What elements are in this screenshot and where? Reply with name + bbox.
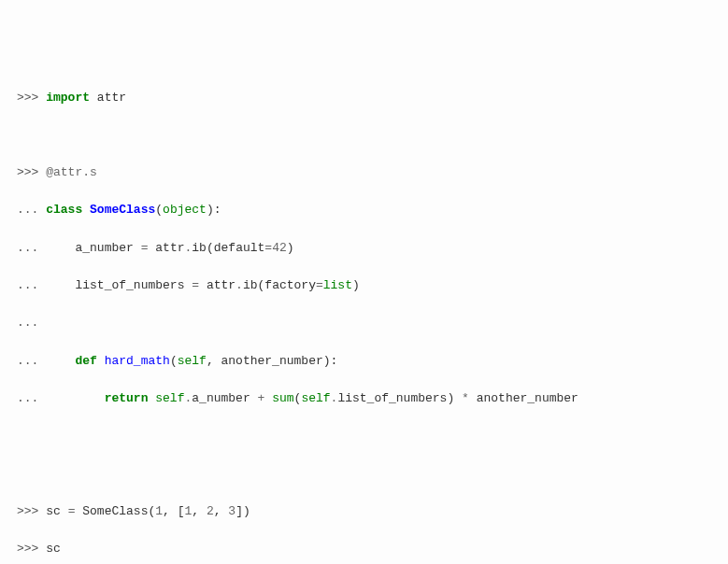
- code-line: >>> sc = SomeClass(1, [1, 2, 3]): [17, 502, 711, 521]
- code-line: ... a_number = attr.ib(default=42): [17, 239, 711, 258]
- code-line: >>> import attr: [17, 89, 711, 107]
- code-line: ...: [17, 314, 711, 332]
- prompt-cont: ...: [17, 203, 46, 217]
- prompt-cont: ...: [17, 278, 46, 292]
- attr-name: list_of_numbers: [75, 278, 184, 292]
- decorator: @attr.s: [46, 165, 97, 179]
- code-line: ... list_of_numbers = attr.ib(factory=li…: [17, 276, 711, 295]
- prompt-cont: ...: [17, 391, 46, 405]
- number: 42: [272, 241, 287, 255]
- keyword-class: class: [46, 203, 82, 217]
- module-name: attr: [97, 91, 126, 105]
- builtin-list: list: [323, 278, 352, 292]
- code-line: ... class SomeClass(object):: [17, 201, 711, 219]
- code-line: >>> sc: [17, 540, 711, 558]
- space: [90, 91, 97, 105]
- blank-line: [17, 126, 711, 145]
- func-name: hard_math: [105, 354, 170, 368]
- prompt-cont: ...: [17, 241, 46, 255]
- prompt: >>>: [17, 91, 46, 105]
- builtin-sum: sum: [272, 391, 293, 405]
- builtin-object: object: [163, 203, 207, 217]
- prompt-cont: ...: [17, 316, 46, 330]
- prompt: >>>: [17, 504, 46, 518]
- attr-name: a_number: [75, 241, 133, 255]
- keyword-def: def: [75, 354, 96, 368]
- blank-line: [17, 464, 711, 483]
- keyword-return: return: [105, 391, 149, 405]
- prompt: >>>: [17, 165, 46, 179]
- keyword-import: import: [46, 91, 90, 105]
- code-line: >>> @attr.s: [17, 163, 711, 182]
- blank-line: [17, 427, 711, 445]
- class-name: SomeClass: [90, 203, 155, 217]
- code-line: ... return self.a_number + sum(self.list…: [17, 389, 711, 408]
- code-line: ... def hard_math(self, another_number):: [17, 352, 711, 371]
- prompt: >>>: [17, 542, 46, 556]
- prompt-cont: ...: [17, 354, 46, 368]
